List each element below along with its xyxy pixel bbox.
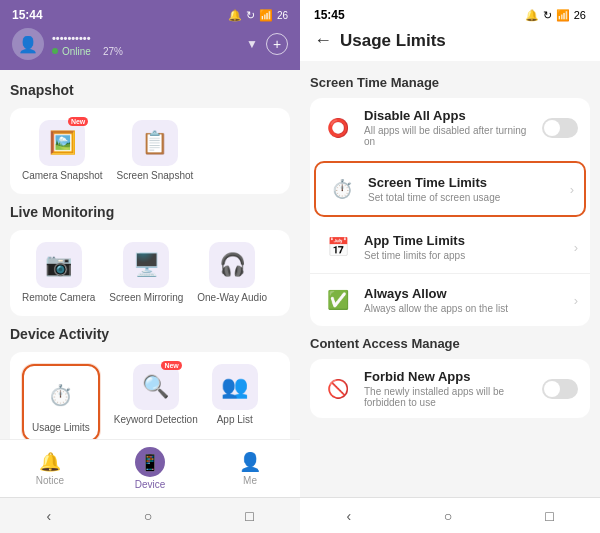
app-time-limits-icon: 📅: [322, 231, 354, 263]
always-allow-title: Always Allow: [364, 286, 564, 301]
usage-limits-item[interactable]: ⏱️ Usage Limits: [22, 364, 100, 439]
remote-camera-label: Remote Camera: [22, 292, 95, 304]
screen-time-limits-icon: ⏱️: [326, 173, 358, 205]
one-way-audio-item[interactable]: 🎧 One-Way Audio: [197, 242, 267, 304]
right-notification-icon: 🔔: [525, 9, 539, 22]
forbid-new-apps-row[interactable]: 🚫 Forbid New Apps The newly installed ap…: [310, 359, 590, 418]
add-button[interactable]: +: [266, 33, 288, 55]
remote-camera-icon-box: 📷: [36, 242, 82, 288]
notice-icon: 🔔: [39, 451, 61, 473]
app-time-limits-chevron: ›: [574, 240, 578, 255]
right-home-sys-button[interactable]: ○: [434, 504, 462, 528]
forbid-new-apps-toggle[interactable]: [542, 379, 578, 399]
keyword-detection-icon-box: 🔍 New: [133, 364, 179, 410]
online-dot: [52, 48, 58, 54]
sync-icon: ↻: [246, 9, 255, 22]
always-allow-sub: Always allow the apps on the list: [364, 303, 564, 314]
disable-all-apps-toggle[interactable]: [542, 118, 578, 138]
screen-time-manage-card: ⭕ Disable All Apps All apps will be disa…: [310, 98, 590, 326]
disable-all-apps-title: Disable All Apps: [364, 108, 532, 123]
nav-me-label: Me: [243, 475, 257, 486]
left-status-icons: 🔔 ↻ 📶 26: [228, 9, 288, 22]
back-sys-button[interactable]: ‹: [36, 504, 61, 528]
screen-icon: 📋: [141, 130, 168, 156]
mirroring-icon: 🖥️: [133, 252, 160, 278]
left-panel: 15:44 🔔 ↻ 📶 26 👤 •••••••••• Online 27% ▼: [0, 0, 300, 533]
app-time-limits-sub: Set time limits for apps: [364, 250, 564, 261]
nav-device[interactable]: 📱 Device: [100, 440, 200, 497]
usage-limits-icon-box: ⏱️: [38, 372, 84, 418]
profile-info: •••••••••• Online 27%: [52, 32, 238, 57]
remote-camera-item[interactable]: 📷 Remote Camera: [22, 242, 95, 304]
device-icon-circle: 📱: [135, 447, 165, 477]
right-battery-indicator: 26: [574, 9, 586, 21]
screen-time-limits-chevron: ›: [570, 182, 574, 197]
app-list-icon: 👥: [221, 374, 248, 400]
content-access-manage-title: Content Access Manage: [310, 336, 590, 351]
right-header: 15:45 🔔 ↻ 📶 26 ← Usage Limits: [300, 0, 600, 61]
disable-all-apps-text: Disable All Apps All apps will be disabl…: [364, 108, 532, 147]
screen-time-limits-text: Screen Time Limits Set total time of scr…: [368, 175, 560, 203]
forbid-new-apps-title: Forbid New Apps: [364, 369, 532, 384]
header-right-icons: ▼ +: [246, 33, 288, 55]
right-wifi-icon: 📶: [556, 9, 570, 22]
profile-name: ••••••••••: [52, 32, 238, 44]
right-system-nav: ‹ ○ □: [300, 497, 600, 533]
right-back-sys-button[interactable]: ‹: [336, 504, 361, 528]
one-way-audio-icon-box: 🎧: [209, 242, 255, 288]
always-allow-icon: ✅: [322, 284, 354, 316]
battery-pct: 27%: [103, 46, 123, 57]
app-time-limits-row[interactable]: 📅 App Time Limits Set time limits for ap…: [310, 221, 590, 273]
camera-snapshot-item[interactable]: 🖼️ New Camera Snapshot: [22, 120, 103, 182]
device-activity-section-title: Device Activity: [10, 326, 290, 342]
nav-notice[interactable]: 🔔 Notice: [0, 440, 100, 497]
app-list-item[interactable]: 👥 App List: [212, 364, 258, 439]
recents-sys-button[interactable]: □: [235, 504, 263, 528]
live-monitoring-section-title: Live Monitoring: [10, 204, 290, 220]
forbid-new-apps-text: Forbid New Apps The newly installed apps…: [364, 369, 532, 408]
disable-all-apps-sub: All apps will be disabled after turning …: [364, 125, 532, 147]
device-icon: 📱: [140, 453, 160, 472]
disable-all-apps-row[interactable]: ⭕ Disable All Apps All apps will be disa…: [310, 98, 590, 157]
screen-snapshot-item[interactable]: 📋 Screen Snapshot: [117, 120, 194, 182]
keyword-detection-label: Keyword Detection: [114, 414, 198, 426]
nav-me[interactable]: 👤 Me: [200, 440, 300, 497]
camera-snapshot-label: Camera Snapshot: [22, 170, 103, 182]
snapshot-grid: 🖼️ New Camera Snapshot 📋 Screen Snapshot: [22, 120, 278, 182]
always-allow-row[interactable]: ✅ Always Allow Always allow the apps on …: [310, 273, 590, 326]
content-access-card: 🚫 Forbid New Apps The newly installed ap…: [310, 359, 590, 418]
snapshot-section-title: Snapshot: [10, 82, 290, 98]
me-icon: 👤: [239, 451, 261, 473]
screen-snapshot-icon-box: 📋: [132, 120, 178, 166]
screen-mirroring-item[interactable]: 🖥️ Screen Mirroring: [109, 242, 183, 304]
app-time-limits-title: App Time Limits: [364, 233, 564, 248]
nav-device-label: Device: [135, 479, 166, 490]
screen-mirroring-label: Screen Mirroring: [109, 292, 183, 304]
forbid-new-apps-icon: 🚫: [322, 373, 354, 405]
nav-notice-label: Notice: [36, 475, 64, 486]
screen-mirroring-icon-box: 🖥️: [123, 242, 169, 288]
screen-time-limits-row[interactable]: ⏱️ Screen Time Limits Set total time of …: [314, 161, 586, 217]
page-title: Usage Limits: [340, 31, 446, 51]
left-content: Snapshot 🖼️ New Camera Snapshot 📋 Screen…: [0, 70, 300, 439]
app-time-limits-text: App Time Limits Set time limits for apps: [364, 233, 564, 261]
home-sys-button[interactable]: ○: [134, 504, 162, 528]
right-content: Screen Time Manage ⭕ Disable All Apps Al…: [300, 61, 600, 497]
disable-apps-icon: ⭕: [322, 112, 354, 144]
device-activity-grid: ⏱️ Usage Limits 🔍 New Keyword Detection …: [22, 364, 278, 439]
right-sync-icon: ↻: [543, 9, 552, 22]
camera-icon: 🖼️: [49, 130, 76, 156]
forbid-new-apps-sub: The newly installed apps will be forbidd…: [364, 386, 532, 408]
right-status-icons: 🔔 ↻ 📶 26: [525, 9, 586, 22]
left-system-nav: ‹ ○ □: [0, 497, 300, 533]
right-panel: 15:45 🔔 ↻ 📶 26 ← Usage Limits Screen Tim…: [300, 0, 600, 533]
keyword-detection-item[interactable]: 🔍 New Keyword Detection: [114, 364, 198, 439]
right-time: 15:45: [314, 8, 345, 22]
right-recents-sys-button[interactable]: □: [535, 504, 563, 528]
back-arrow-button[interactable]: ←: [314, 30, 332, 51]
wifi-icon: 📶: [259, 9, 273, 22]
dropdown-arrow-icon[interactable]: ▼: [246, 37, 258, 51]
usage-limits-icon: ⏱️: [48, 383, 73, 407]
usage-limits-label: Usage Limits: [32, 422, 90, 434]
device-activity-card: ⏱️ Usage Limits 🔍 New Keyword Detection …: [10, 352, 290, 439]
